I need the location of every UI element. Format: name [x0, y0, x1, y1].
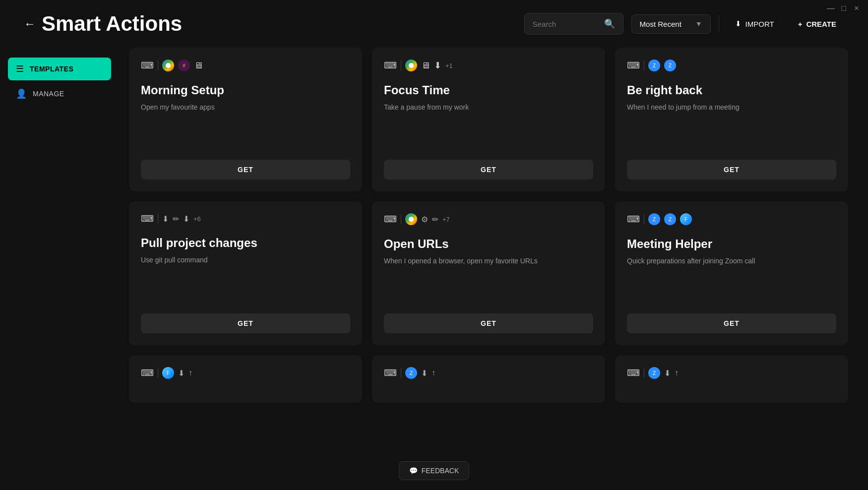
manage-icon: 👤 — [16, 88, 27, 99]
card-focus-time-get-button[interactable]: GET — [384, 160, 593, 180]
card-focus-time: ⌨ 🖥 ⬇ +1 Focus Time Take a pause from my… — [372, 48, 605, 191]
import-label: IMPORT — [745, 20, 774, 28]
search-box[interactable]: 🔍 — [524, 13, 623, 35]
header-title-area: ← Smart Actions — [24, 12, 514, 36]
import-button[interactable]: ⬇ IMPORT — [727, 14, 782, 33]
card-divider — [401, 61, 401, 70]
card-focus-time-header: ⌨ 🖥 ⬇ +1 — [384, 60, 593, 71]
create-label: CREATE — [806, 20, 836, 28]
finder-icon: F — [680, 213, 692, 225]
card-divider — [644, 214, 644, 224]
back-button[interactable]: ← — [24, 17, 36, 31]
zoom-icon: Z — [648, 213, 660, 225]
chrome-icon — [405, 60, 417, 71]
finder-icon: F — [162, 367, 174, 379]
card-divider — [158, 368, 158, 378]
card-meeting-helper-desc: Quick preparations after joining Zoom ca… — [627, 256, 836, 304]
card-focus-time-desc: Take a pause from my work — [384, 102, 593, 150]
download-icon: ⬇ — [162, 214, 169, 224]
card-morning-setup-header: ⌨ # 🖥 — [141, 60, 350, 71]
keyboard-icon: ⌨ — [384, 60, 397, 71]
templates-icon: ☰ — [16, 63, 24, 74]
card-partial-2-header: ⌨ Z ⬇ ↑ — [384, 367, 593, 379]
feedback-button[interactable]: 💬 FEEDBACK — [399, 461, 469, 480]
card-divider — [401, 214, 401, 224]
gear-icon: ⚙ — [421, 215, 428, 224]
card-be-right-back-header: ⌨ Z Z — [627, 60, 836, 71]
card-pull-project-changes-get-button[interactable]: GET — [141, 313, 350, 333]
card-divider — [401, 368, 401, 378]
card-partial-3: ⌨ Z ⬇ ↑ — [615, 355, 848, 403]
arrow-up-icon: ↑ — [675, 368, 679, 377]
card-partial-1-header: ⌨ F ⬇ ↑ — [141, 367, 350, 379]
card-morning-setup-get-button[interactable]: GET — [141, 160, 350, 180]
card-morning-setup-desc: Open my favourite apps — [141, 102, 350, 150]
card-meeting-helper-header: ⌨ Z Z F — [627, 213, 836, 225]
card-morning-setup: ⌨ # 🖥 Morning Setup Open my favourite ap… — [129, 48, 362, 191]
chrome-icon — [162, 60, 174, 71]
chevron-down-icon: ▼ — [695, 20, 702, 28]
card-partial-3-header: ⌨ Z ⬇ ↑ — [627, 367, 836, 379]
card-open-urls-header: ⌨ ⚙ ✏ +7 — [384, 213, 593, 225]
download-icon: ⬇ — [434, 60, 441, 71]
zoom-icon: Z — [648, 367, 660, 379]
badge: +6 — [193, 215, 201, 223]
sort-dropdown[interactable]: Most Recent ▼ — [631, 14, 711, 34]
card-open-urls-get-button[interactable]: GET — [384, 313, 593, 333]
card-divider — [644, 61, 644, 70]
sidebar-manage-label: MANAGE — [33, 90, 64, 98]
create-button[interactable]: + CREATE — [790, 15, 844, 33]
monitor-icon: 🖥 — [421, 61, 430, 71]
pencil-icon: ✏ — [432, 215, 438, 224]
chrome-icon — [405, 213, 417, 225]
zoom-icon: Z — [405, 367, 417, 379]
card-be-right-back-desc: When I need to jump from a meeting — [627, 102, 836, 150]
badge: +7 — [442, 216, 450, 223]
arrow-up-icon: ↑ — [432, 368, 435, 377]
zoom2-icon: Z — [664, 213, 676, 225]
zoom2-icon: Z — [664, 60, 676, 71]
keyboard-icon: ⌨ — [384, 368, 397, 378]
sidebar-item-manage[interactable]: 👤 MANAGE — [8, 82, 111, 105]
card-meeting-helper: ⌨ Z Z F Meeting Helper Quick preparation… — [615, 201, 848, 345]
card-focus-time-title: Focus Time — [384, 83, 593, 97]
badge: +1 — [445, 62, 453, 69]
search-input[interactable] — [533, 20, 599, 28]
card-be-right-back-get-button[interactable]: GET — [627, 160, 836, 180]
monitor-icon: 🖥 — [194, 61, 203, 71]
download2-icon: ⬇ — [183, 214, 189, 224]
card-partial-2: ⌨ Z ⬇ ↑ — [372, 355, 605, 403]
card-pull-project-changes-title: Pull project changes — [141, 236, 350, 250]
slack-icon: # — [178, 60, 190, 71]
cards-area: ⌨ # 🖥 Morning Setup Open my favourite ap… — [119, 48, 868, 488]
keyboard-icon: ⌨ — [627, 60, 640, 71]
feedback-icon: 💬 — [409, 467, 418, 475]
zoom-icon: Z — [648, 60, 660, 71]
sort-label: Most Recent — [640, 20, 690, 28]
card-open-urls-title: Open URLs — [384, 237, 593, 251]
plus-icon: + — [798, 20, 803, 28]
pencil-icon: ✏ — [173, 214, 179, 224]
card-meeting-helper-get-button[interactable]: GET — [627, 313, 836, 333]
arrow-up-icon: ↑ — [188, 368, 192, 377]
card-divider — [158, 61, 158, 70]
feedback-label: FEEDBACK — [422, 467, 459, 475]
keyboard-icon: ⌨ — [141, 368, 154, 378]
close-button[interactable]: × — [853, 5, 860, 12]
card-meeting-helper-title: Meeting Helper — [627, 237, 836, 251]
sidebar-item-templates[interactable]: ☰ TEMPLATES — [8, 58, 111, 80]
card-pull-project-changes-header: ⌨ ⬇ ✏ ⬇ +6 — [141, 213, 350, 224]
keyboard-icon: ⌨ — [627, 368, 640, 378]
page-title: Smart Actions — [42, 12, 182, 36]
minimize-button[interactable]: — — [827, 5, 834, 12]
keyboard-icon: ⌨ — [627, 214, 640, 225]
maximize-button[interactable]: □ — [840, 5, 847, 12]
card-open-urls-desc: When I opened a browser, open my favorit… — [384, 256, 593, 304]
card-morning-setup-title: Morning Setup — [141, 83, 350, 97]
header: ← Smart Actions 🔍 Most Recent ▼ ⬇ IMPORT… — [0, 0, 868, 48]
search-icon[interactable]: 🔍 — [604, 18, 615, 29]
card-partial-1: ⌨ F ⬇ ↑ — [129, 355, 362, 403]
card-be-right-back-title: Be right back — [627, 83, 836, 97]
download-icon: ⬇ — [421, 368, 428, 378]
keyboard-icon: ⌨ — [384, 214, 397, 225]
